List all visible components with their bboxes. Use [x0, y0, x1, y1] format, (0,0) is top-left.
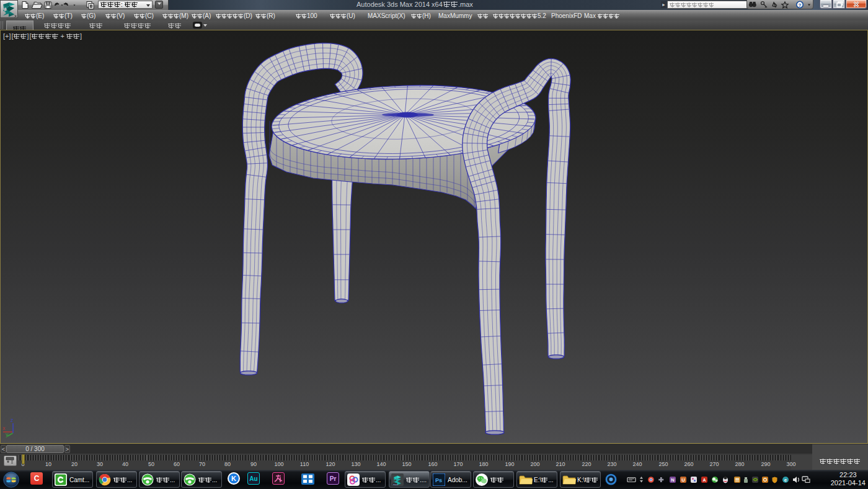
svg-text:A: A — [702, 478, 706, 482]
svg-text:x: x — [2, 425, 6, 431]
svg-text:max: max — [393, 483, 398, 486]
svg-text:e: e — [784, 477, 787, 483]
svg-text:?: ? — [799, 2, 802, 8]
svg-text:z: z — [11, 417, 14, 423]
svg-text:y: y — [6, 431, 9, 437]
svg-text:N: N — [671, 477, 674, 483]
svg-text:Ps: Ps — [435, 477, 442, 483]
svg-text:U: U — [681, 477, 684, 483]
